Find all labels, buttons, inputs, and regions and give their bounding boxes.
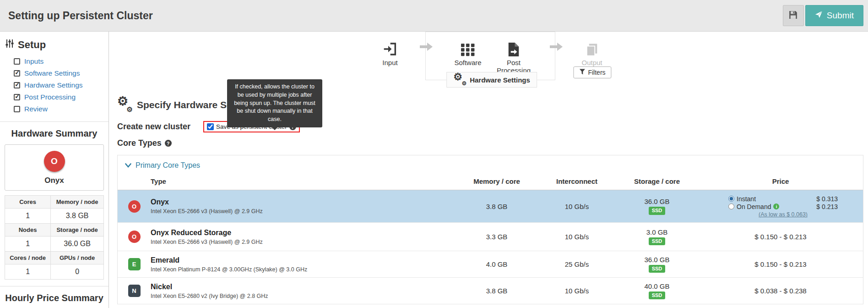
ssd-badge: SSD (649, 207, 666, 215)
copy-icon (585, 35, 599, 56)
save-icon (788, 10, 798, 21)
arrow-right-icon (419, 42, 433, 53)
core-badge-icon: O (128, 200, 141, 213)
setup-section-title: Setup (5, 39, 108, 51)
as-low-as-link[interactable]: (As low as $ 0.063) (728, 211, 838, 218)
memory-value: 3.3 GB (456, 233, 538, 241)
header-actions: Submit (783, 5, 863, 26)
persistent-cluster-tooltip: If checked, allows the cluster to be use… (227, 79, 322, 127)
core-types-table-header: Type Memory / core Interconnect Storage … (118, 175, 863, 190)
storage-cell: 36.0 GB SSD (616, 198, 698, 215)
table-row: Nodes Storage / node (5, 224, 104, 236)
instant-radio[interactable] (728, 196, 734, 202)
memory-value: 3.8 GB (456, 203, 538, 210)
checkbox-checked-icon (14, 82, 20, 88)
on-demand-radio[interactable] (728, 204, 734, 209)
storage-cell: 40.0 GB SSD (616, 282, 698, 300)
column-header-type: Type (151, 177, 456, 185)
ssd-badge: SSD (649, 237, 666, 246)
core-type-row-onyx[interactable]: O Onyx Intel Xeon E5-2666 v3 (Haswell) @… (118, 190, 863, 223)
memory-value: 3.8 GB (456, 287, 538, 295)
interconnect-value: 10 Gb/s (538, 203, 616, 210)
sidebar-item-hardware-settings[interactable]: Hardware Settings (0, 79, 108, 91)
interconnect-value: 10 Gb/s (538, 233, 616, 241)
submit-button[interactable]: Submit (805, 5, 863, 26)
core-type-row-onyx-reduced-storage[interactable]: O Onyx Reduced Storage Intel Xeon E5-266… (118, 223, 863, 251)
arrow-right-icon (549, 42, 563, 53)
price-range: $ 0.150 - $ 0.213 (754, 233, 806, 241)
price-cell: Instant $ 0.313 On Demand $ 0.213 (698, 195, 863, 218)
storage-value: 36.0 GB (616, 198, 698, 205)
hardware-settings-content: Specify Hardware Settings Create new clu… (109, 99, 868, 304)
create-cluster-label: Create new cluster (117, 122, 190, 132)
workflow-step-output: Output (562, 35, 622, 66)
primary-core-types-toggle[interactable]: Primary Core Types (118, 155, 863, 175)
hardware-summary-title: Hardware Summary (0, 128, 108, 139)
help-icon[interactable] (165, 140, 172, 147)
core-badge-icon: O (128, 231, 141, 243)
info-icon[interactable] (773, 204, 779, 209)
core-types-panel: Primary Core Types Type Memory / core In… (117, 155, 863, 304)
column-header-price: Price (698, 177, 863, 185)
price-range: $ 0.038 - $ 0.238 (754, 287, 806, 295)
core-badge-icon: E (128, 258, 141, 270)
sidebar: Setup Inputs Software Settings Hardware … (0, 32, 109, 308)
storage-cell: 3.0 GB SSD (616, 228, 698, 246)
sign-in-icon (383, 35, 397, 56)
table-row: Cores Memory / node (5, 196, 104, 209)
core-type-name: Emerald (151, 256, 451, 264)
column-header-storage: Storage / core (616, 177, 698, 185)
sidebar-divider (0, 121, 108, 122)
instant-price: $ 0.313 (816, 195, 838, 203)
hourly-price-summary-title: Hourly Price Summary (0, 293, 108, 303)
core-badge-icon: O (44, 151, 65, 172)
core-type-cpu: Intel Xeon E5-2666 v3 (Haswell) @ 2.9 GH… (151, 239, 451, 245)
sidebar-item-software-settings[interactable]: Software Settings (0, 67, 108, 79)
workflow-step-input[interactable]: Input (360, 35, 420, 66)
storage-cell: 36.0 GB SSD (616, 256, 698, 273)
paper-plane-icon (815, 11, 823, 21)
persistent-cluster-checkbox[interactable] (207, 123, 214, 130)
storage-value: 36.0 GB (616, 256, 698, 264)
core-type-cpu: Intel Xeon Platinum P-8124 @ 3.00GHz (Sk… (151, 266, 451, 273)
selected-core-card: O Onyx (5, 144, 104, 191)
page-title: Setting up Persistent Cluster (8, 10, 153, 22)
hardware-summary-table: Cores Memory / node 1 3.8 GB Nodes Stora… (5, 195, 104, 280)
main-area: Input Software Pos (109, 32, 868, 308)
core-type-name: Nickel (151, 283, 451, 291)
workflow-step-post-processing[interactable]: Post Processing (484, 35, 543, 75)
price-option-on-demand: On Demand $ 0.213 (728, 203, 838, 210)
save-button[interactable] (783, 5, 804, 26)
sidebar-item-inputs[interactable]: Inputs (0, 55, 108, 67)
ssd-badge: SSD (649, 265, 666, 273)
sliders-icon (5, 39, 14, 51)
gears-icon (117, 99, 132, 111)
core-type-cpu: Intel Xeon E5-2666 v3 (Haswell) @ 2.9 GH… (151, 208, 451, 214)
core-type-name: Onyx Reduced Storage (151, 229, 451, 237)
app-header: Setting up Persistent Cluster Submit (0, 0, 868, 32)
checkbox-checked-icon (14, 94, 20, 100)
gears-icon (453, 74, 466, 85)
on-demand-price: $ 0.213 (816, 203, 838, 210)
interconnect-value: 25 Gb/s (538, 260, 616, 268)
sidebar-item-review[interactable]: Review (0, 103, 108, 115)
core-badge-icon: N (128, 285, 141, 297)
core-type-row-nickel[interactable]: N Nickel Intel Xeon E5-2680 v2 (Ivy Brid… (118, 278, 863, 304)
column-header-interconnect: Interconnect (538, 177, 616, 185)
filters-button[interactable]: Filters (573, 66, 611, 78)
hardware-settings-tab[interactable]: Hardware Settings (446, 72, 537, 88)
workflow-diagram: Input Software Pos (109, 32, 868, 91)
storage-value: 40.0 GB (616, 282, 698, 290)
memory-value: 4.0 GB (456, 260, 538, 268)
ssd-badge: SSD (649, 292, 666, 300)
price-option-instant: Instant $ 0.313 (728, 195, 838, 203)
core-type-row-emerald[interactable]: E Emerald Intel Xeon Platinum P-8124 @ 3… (118, 251, 863, 278)
funnel-icon (579, 69, 585, 76)
table-row: Cores / node GPUs / node (5, 252, 104, 264)
interconnect-value: 10 Gb/s (538, 287, 616, 295)
selected-core-name: Onyx (5, 176, 103, 185)
sidebar-divider (0, 286, 108, 286)
sidebar-item-post-processing[interactable]: Post Processing (0, 91, 108, 103)
core-type-name: Onyx (151, 198, 451, 206)
checkbox-unchecked-icon (14, 58, 20, 65)
